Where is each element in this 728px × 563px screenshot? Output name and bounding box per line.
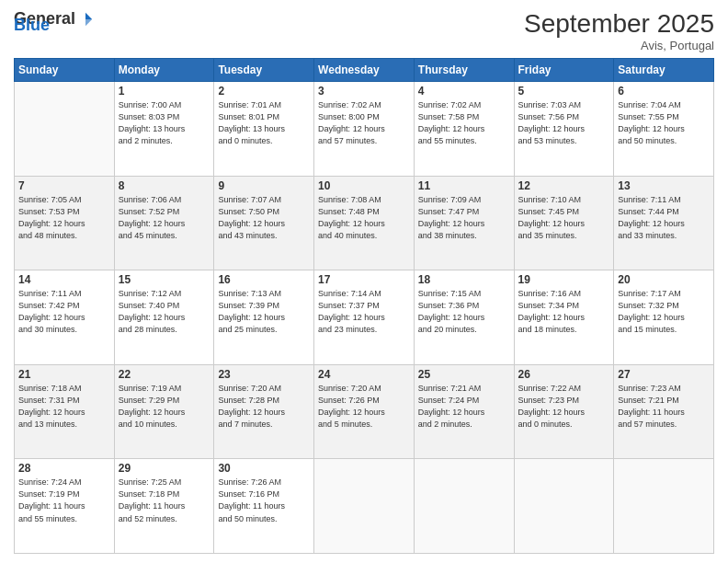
calendar-cell bbox=[314, 459, 415, 554]
calendar-cell: 19Sunrise: 7:16 AMSunset: 7:34 PMDayligh… bbox=[514, 270, 614, 365]
day-number: 21 bbox=[18, 368, 110, 381]
calendar-cell: 10Sunrise: 7:08 AMSunset: 7:48 PMDayligh… bbox=[314, 176, 415, 270]
calendar-cell: 20Sunrise: 7:17 AMSunset: 7:32 PMDayligh… bbox=[614, 270, 714, 365]
header: General Blue September 2025 Avis, Portug… bbox=[14, 9, 714, 52]
calendar-cell: 1Sunrise: 7:00 AMSunset: 8:03 PMDaylight… bbox=[114, 82, 214, 177]
location: Avis, Portugal bbox=[524, 39, 714, 52]
calendar-cell bbox=[614, 459, 714, 554]
logo: General Blue bbox=[14, 9, 94, 35]
day-number: 2 bbox=[218, 85, 310, 98]
day-number: 8 bbox=[119, 179, 210, 192]
col-monday: Monday bbox=[114, 59, 214, 82]
calendar-cell: 13Sunrise: 7:11 AMSunset: 7:44 PMDayligh… bbox=[614, 176, 714, 270]
day-info: Sunrise: 7:24 AMSunset: 7:19 PMDaylight:… bbox=[18, 477, 110, 524]
day-number: 10 bbox=[318, 179, 410, 192]
day-number: 11 bbox=[418, 179, 510, 192]
calendar-cell bbox=[514, 459, 614, 554]
calendar-header-row: Sunday Monday Tuesday Wednesday Thursday… bbox=[15, 59, 714, 82]
day-info: Sunrise: 7:18 AMSunset: 7:31 PMDaylight:… bbox=[18, 383, 110, 431]
day-info: Sunrise: 7:13 AMSunset: 7:39 PMDaylight:… bbox=[218, 288, 310, 336]
day-number: 20 bbox=[618, 273, 710, 286]
calendar-cell: 15Sunrise: 7:12 AMSunset: 7:40 PMDayligh… bbox=[114, 270, 214, 365]
calendar-cell: 4Sunrise: 7:02 AMSunset: 7:58 PMDaylight… bbox=[414, 82, 514, 177]
day-number: 14 bbox=[18, 273, 110, 286]
day-info: Sunrise: 7:20 AMSunset: 7:28 PMDaylight:… bbox=[218, 383, 310, 431]
day-number: 19 bbox=[518, 273, 610, 286]
day-info: Sunrise: 7:07 AMSunset: 7:50 PMDaylight:… bbox=[218, 194, 310, 242]
day-number: 1 bbox=[119, 85, 210, 98]
day-number: 3 bbox=[318, 85, 410, 98]
calendar-cell: 27Sunrise: 7:23 AMSunset: 7:21 PMDayligh… bbox=[614, 364, 714, 459]
day-number: 23 bbox=[218, 368, 310, 381]
calendar-cell: 8Sunrise: 7:06 AMSunset: 7:52 PMDaylight… bbox=[114, 176, 214, 270]
day-info: Sunrise: 7:15 AMSunset: 7:36 PMDaylight:… bbox=[418, 288, 510, 336]
day-info: Sunrise: 7:20 AMSunset: 7:26 PMDaylight:… bbox=[318, 383, 410, 431]
calendar-cell: 24Sunrise: 7:20 AMSunset: 7:26 PMDayligh… bbox=[314, 364, 415, 459]
logo-blue: Blue bbox=[14, 16, 50, 35]
day-number: 25 bbox=[418, 368, 510, 381]
logo-icon bbox=[77, 11, 94, 28]
day-number: 4 bbox=[418, 85, 510, 98]
col-wednesday: Wednesday bbox=[314, 59, 415, 82]
col-saturday: Saturday bbox=[614, 59, 714, 82]
calendar-cell: 17Sunrise: 7:14 AMSunset: 7:37 PMDayligh… bbox=[314, 270, 415, 365]
table-row: 1Sunrise: 7:00 AMSunset: 8:03 PMDaylight… bbox=[15, 82, 714, 177]
col-thursday: Thursday bbox=[414, 59, 514, 82]
day-info: Sunrise: 7:25 AMSunset: 7:18 PMDaylight:… bbox=[119, 477, 210, 524]
calendar-cell: 21Sunrise: 7:18 AMSunset: 7:31 PMDayligh… bbox=[15, 364, 115, 459]
calendar-cell: 28Sunrise: 7:24 AMSunset: 7:19 PMDayligh… bbox=[15, 459, 115, 554]
calendar-cell: 11Sunrise: 7:09 AMSunset: 7:47 PMDayligh… bbox=[414, 176, 514, 270]
calendar-cell: 30Sunrise: 7:26 AMSunset: 7:16 PMDayligh… bbox=[214, 459, 314, 554]
day-info: Sunrise: 7:11 AMSunset: 7:44 PMDaylight:… bbox=[618, 194, 710, 242]
day-number: 9 bbox=[218, 179, 310, 192]
day-info: Sunrise: 7:10 AMSunset: 7:45 PMDaylight:… bbox=[518, 194, 610, 242]
table-row: 14Sunrise: 7:11 AMSunset: 7:42 PMDayligh… bbox=[15, 270, 714, 365]
day-number: 27 bbox=[618, 368, 710, 381]
day-number: 28 bbox=[18, 462, 110, 475]
day-number: 24 bbox=[318, 368, 410, 381]
day-info: Sunrise: 7:11 AMSunset: 7:42 PMDaylight:… bbox=[18, 288, 110, 336]
calendar-cell: 14Sunrise: 7:11 AMSunset: 7:42 PMDayligh… bbox=[15, 270, 115, 365]
day-info: Sunrise: 7:02 AMSunset: 8:00 PMDaylight:… bbox=[318, 99, 410, 147]
day-info: Sunrise: 7:21 AMSunset: 7:24 PMDaylight:… bbox=[418, 383, 510, 431]
calendar-cell bbox=[414, 459, 514, 554]
calendar-cell: 26Sunrise: 7:22 AMSunset: 7:23 PMDayligh… bbox=[514, 364, 614, 459]
calendar-cell: 22Sunrise: 7:19 AMSunset: 7:29 PMDayligh… bbox=[114, 364, 214, 459]
day-info: Sunrise: 7:06 AMSunset: 7:52 PMDaylight:… bbox=[119, 194, 210, 242]
calendar-cell: 29Sunrise: 7:25 AMSunset: 7:18 PMDayligh… bbox=[114, 459, 214, 554]
calendar-cell: 5Sunrise: 7:03 AMSunset: 7:56 PMDaylight… bbox=[514, 82, 614, 177]
calendar-cell: 12Sunrise: 7:10 AMSunset: 7:45 PMDayligh… bbox=[514, 176, 614, 270]
day-number: 5 bbox=[518, 85, 610, 98]
table-row: 7Sunrise: 7:05 AMSunset: 7:53 PMDaylight… bbox=[15, 176, 714, 270]
title-area: September 2025 Avis, Portugal bbox=[524, 9, 714, 52]
svg-marker-1 bbox=[85, 19, 92, 26]
calendar-cell: 16Sunrise: 7:13 AMSunset: 7:39 PMDayligh… bbox=[214, 270, 314, 365]
day-info: Sunrise: 7:05 AMSunset: 7:53 PMDaylight:… bbox=[18, 194, 110, 242]
day-number: 13 bbox=[618, 179, 710, 192]
day-number: 30 bbox=[218, 462, 310, 475]
calendar-cell: 23Sunrise: 7:20 AMSunset: 7:28 PMDayligh… bbox=[214, 364, 314, 459]
table-row: 28Sunrise: 7:24 AMSunset: 7:19 PMDayligh… bbox=[15, 459, 714, 554]
day-number: 12 bbox=[518, 179, 610, 192]
calendar-cell: 25Sunrise: 7:21 AMSunset: 7:24 PMDayligh… bbox=[414, 364, 514, 459]
day-number: 7 bbox=[18, 179, 110, 192]
day-info: Sunrise: 7:23 AMSunset: 7:21 PMDaylight:… bbox=[618, 383, 710, 431]
day-info: Sunrise: 7:17 AMSunset: 7:32 PMDaylight:… bbox=[618, 288, 710, 336]
day-info: Sunrise: 7:00 AMSunset: 8:03 PMDaylight:… bbox=[119, 99, 210, 147]
day-number: 16 bbox=[218, 273, 310, 286]
calendar-cell bbox=[15, 82, 115, 177]
day-number: 6 bbox=[618, 85, 710, 98]
day-number: 22 bbox=[119, 368, 210, 381]
month-title: September 2025 bbox=[524, 9, 714, 39]
table-row: 21Sunrise: 7:18 AMSunset: 7:31 PMDayligh… bbox=[15, 364, 714, 459]
day-number: 15 bbox=[119, 273, 210, 286]
day-info: Sunrise: 7:16 AMSunset: 7:34 PMDaylight:… bbox=[518, 288, 610, 336]
day-number: 29 bbox=[119, 462, 210, 475]
day-number: 26 bbox=[518, 368, 610, 381]
day-number: 18 bbox=[418, 273, 510, 286]
day-info: Sunrise: 7:01 AMSunset: 8:01 PMDaylight:… bbox=[218, 99, 310, 147]
day-info: Sunrise: 7:19 AMSunset: 7:29 PMDaylight:… bbox=[119, 383, 210, 431]
day-number: 17 bbox=[318, 273, 410, 286]
day-info: Sunrise: 7:12 AMSunset: 7:40 PMDaylight:… bbox=[119, 288, 210, 336]
calendar-cell: 9Sunrise: 7:07 AMSunset: 7:50 PMDaylight… bbox=[214, 176, 314, 270]
